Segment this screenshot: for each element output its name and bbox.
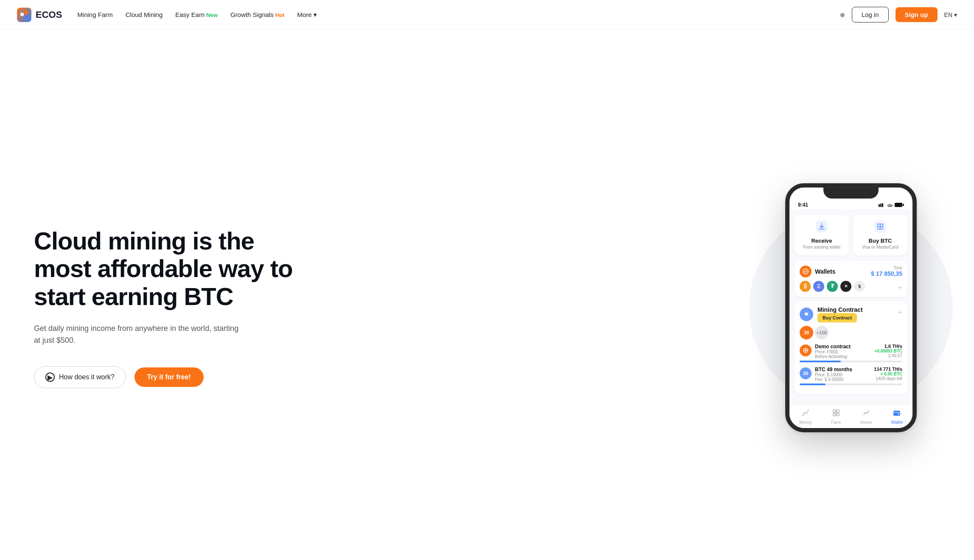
buy-btc-subtitle: Visa or MasterCard bbox=[857, 245, 903, 249]
mining-chevron-icon[interactable]: ⌃ bbox=[897, 310, 902, 318]
hero-title: Cloud mining is the most affordable way … bbox=[34, 227, 305, 311]
nav-right: ⊕ Log in Sign up EN ▾ bbox=[840, 7, 957, 22]
invest-nav-icon bbox=[862, 409, 870, 419]
wallet-coins: ₿ Ξ ₮ ✕ $ ⌄ bbox=[800, 281, 902, 292]
receive-subtitle: From existing wallet bbox=[799, 245, 845, 249]
btc-contract-left: 30 BTC 49 months Price: $ 10000 Fee: $ 0… bbox=[800, 367, 852, 382]
nav-easy-earn[interactable]: Easy EarnNew bbox=[175, 11, 218, 18]
demo-contract-left: Demo contract Price: FREE Before Activat… bbox=[800, 344, 851, 359]
signup-button[interactable]: Sign up bbox=[896, 7, 938, 22]
wallet-title: Wallets bbox=[800, 266, 836, 277]
logo[interactable]: ECOS bbox=[17, 8, 62, 22]
phone-mockup: 9:41 bbox=[785, 183, 917, 432]
phone-status-icons bbox=[879, 203, 904, 207]
navbar: ECOS Mining Farm Cloud Mining Easy EarnN… bbox=[0, 0, 974, 30]
buy-btc-title: Buy BTC bbox=[857, 238, 903, 244]
download-icon: ⊕ bbox=[840, 11, 845, 18]
receive-title: Receive bbox=[799, 238, 845, 244]
svg-rect-0 bbox=[20, 13, 24, 16]
svg-rect-14 bbox=[833, 410, 836, 412]
buy-btc-icon bbox=[857, 221, 903, 235]
btc-progress-fill bbox=[800, 384, 826, 385]
svg-rect-8 bbox=[903, 204, 904, 206]
contract-avatars: 30 +100 bbox=[800, 326, 902, 339]
avatar-30: 30 bbox=[800, 326, 813, 339]
btc-progress-bar bbox=[800, 384, 902, 385]
phone-notch bbox=[823, 187, 879, 199]
nav-more[interactable]: More ▾ bbox=[297, 11, 317, 19]
login-button[interactable]: Log in bbox=[852, 7, 889, 22]
nav-left: ECOS Mining Farm Cloud Mining Easy EarnN… bbox=[17, 8, 317, 22]
avatar-more: +100 bbox=[815, 326, 828, 339]
svg-point-6 bbox=[890, 207, 890, 207]
action-cards-row: Receive From existing wallet bbox=[795, 215, 907, 255]
demo-contract: Demo contract Price: FREE Before Activat… bbox=[800, 344, 902, 362]
btc-contract-right: 114 771 TH/s + 0.05 BTC 1420 days left bbox=[874, 367, 902, 381]
svg-rect-5 bbox=[882, 203, 883, 207]
btc-contract-header: 30 BTC 49 months Price: $ 10000 Fee: $ 0… bbox=[800, 367, 902, 382]
svg-rect-18 bbox=[893, 411, 900, 416]
language-selector[interactable]: EN ▾ bbox=[944, 11, 957, 18]
hero-actions: ▶ How does it work? Try it for free! bbox=[34, 366, 305, 388]
demo-contract-right: 1,6 TH/s +0.00003 BTC 2:45:57 bbox=[875, 344, 902, 358]
demo-contract-info: Demo contract Price: FREE Before Activat… bbox=[815, 344, 851, 359]
buy-contract-button[interactable]: Buy Contract bbox=[817, 313, 857, 322]
wallet-icon bbox=[800, 266, 812, 277]
lang-chevron-icon: ▾ bbox=[954, 11, 957, 18]
buy-btc-card[interactable]: Buy BTC Visa or MasterCard bbox=[853, 215, 907, 255]
wallet-section: Wallets Total $ 17 850,35 ₿ Ξ ₮ ✕ bbox=[795, 260, 907, 297]
nav-mining-farm[interactable]: Mining Farm bbox=[77, 11, 112, 18]
bottom-nav-mining[interactable]: Mining bbox=[799, 409, 812, 425]
how-it-works-button[interactable]: ▶ How does it work? bbox=[34, 366, 126, 388]
wallet-header: Wallets Total $ 17 850,35 bbox=[800, 266, 902, 277]
btc-contract-info: BTC 49 months Price: $ 10000 Fee: $ 0.00… bbox=[815, 367, 852, 382]
hero-section: Cloud mining is the most affordable way … bbox=[0, 30, 974, 560]
phone-body: Receive From existing wallet bbox=[789, 210, 912, 404]
svg-rect-17 bbox=[837, 413, 839, 416]
farm-nav-icon bbox=[832, 409, 840, 419]
play-icon: ▶ bbox=[45, 372, 55, 382]
mining-title: Mining Contract Buy Contract bbox=[817, 306, 863, 322]
nav-download[interactable]: ⊕ bbox=[840, 11, 845, 18]
coin-usd: $ bbox=[854, 281, 865, 292]
bottom-nav-invest[interactable]: Invest bbox=[860, 409, 872, 425]
coin-btc: ₿ bbox=[800, 281, 811, 292]
svg-rect-1 bbox=[25, 11, 28, 14]
svg-rect-16 bbox=[833, 413, 836, 416]
logo-text: ECOS bbox=[36, 9, 62, 20]
coin-xrp: ✕ bbox=[840, 281, 851, 292]
nav-growth-signals[interactable]: Growth SignalsHot bbox=[230, 11, 284, 18]
phone-bottom-nav: Mining Farm Invest bbox=[789, 404, 912, 428]
chevron-down-icon: ▾ bbox=[313, 11, 317, 19]
logo-icon bbox=[17, 8, 31, 22]
receive-icon bbox=[799, 221, 845, 235]
hero-left: Cloud mining is the most affordable way … bbox=[34, 227, 305, 388]
nav-cloud-mining[interactable]: Cloud Mining bbox=[126, 11, 163, 18]
badge-new: New bbox=[206, 12, 218, 18]
hero-right: 9:41 bbox=[762, 159, 940, 456]
wallet-total: Total $ 17 850,35 bbox=[871, 266, 902, 277]
btc-contract-icon: 30 bbox=[800, 367, 812, 379]
demo-progress-bar bbox=[800, 361, 902, 362]
svg-rect-7 bbox=[895, 203, 902, 207]
demo-progress-fill bbox=[800, 361, 841, 362]
demo-contract-header: Demo contract Price: FREE Before Activat… bbox=[800, 344, 902, 359]
demo-contract-icon bbox=[800, 344, 812, 356]
svg-rect-4 bbox=[880, 204, 882, 207]
btc-contract: 30 BTC 49 months Price: $ 10000 Fee: $ 0… bbox=[800, 367, 902, 385]
svg-rect-15 bbox=[837, 410, 839, 412]
receive-card[interactable]: Receive From existing wallet bbox=[795, 215, 849, 255]
coin-eth: Ξ bbox=[813, 281, 824, 292]
mining-section: Mining Contract Buy Contract ⌃ 30 +100 bbox=[795, 301, 907, 395]
try-free-button[interactable]: Try it for free! bbox=[134, 367, 204, 387]
badge-hot: Hot bbox=[275, 12, 285, 18]
bottom-nav-wallet[interactable]: Wallet bbox=[891, 409, 903, 425]
hero-subtitle: Get daily mining income from anywhere in… bbox=[34, 322, 246, 347]
phone-status-bar: 9:41 bbox=[789, 199, 912, 210]
bottom-nav-farm[interactable]: Farm bbox=[831, 409, 841, 425]
mining-icon bbox=[800, 308, 813, 321]
svg-point-19 bbox=[898, 413, 899, 414]
coin-usdt: ₮ bbox=[827, 281, 838, 292]
phone-time: 9:41 bbox=[798, 202, 808, 208]
wallet-chevron-icon[interactable]: ⌄ bbox=[897, 282, 902, 290]
